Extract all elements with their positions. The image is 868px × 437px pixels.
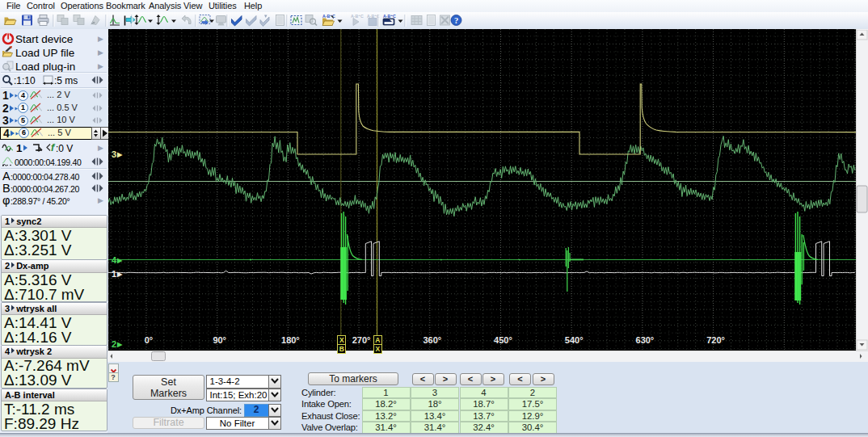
svg-text:▶: ▶ (116, 257, 123, 264)
svg-text:720°: 720° (706, 335, 725, 345)
svg-text:270°: 270° (352, 335, 371, 345)
svg-text:90°: 90° (213, 335, 226, 345)
svg-text:4: 4 (112, 255, 117, 265)
svg-text:360°: 360° (423, 335, 441, 345)
svg-text:A·B⁺C: A·B⁺C (322, 14, 335, 19)
svg-text:▶: ▶ (116, 151, 123, 158)
svg-text:1: 1 (112, 269, 116, 279)
svg-text:A·B⁺C: A·B⁺C (351, 14, 364, 19)
svg-text:?: ? (454, 16, 458, 25)
svg-text:2: 2 (112, 339, 116, 349)
svg-text:A·B⁺C: A·B⁺C (383, 14, 396, 19)
svg-text:450°: 450° (494, 335, 512, 345)
svg-text:3: 3 (112, 149, 116, 159)
svg-text:▶: ▶ (116, 271, 123, 278)
svg-text:180°: 180° (281, 335, 300, 345)
svg-text:▶: ▶ (116, 341, 123, 348)
svg-text:540°: 540° (565, 335, 584, 345)
svg-text:630°: 630° (636, 335, 655, 345)
svg-text:0°: 0° (145, 335, 154, 345)
